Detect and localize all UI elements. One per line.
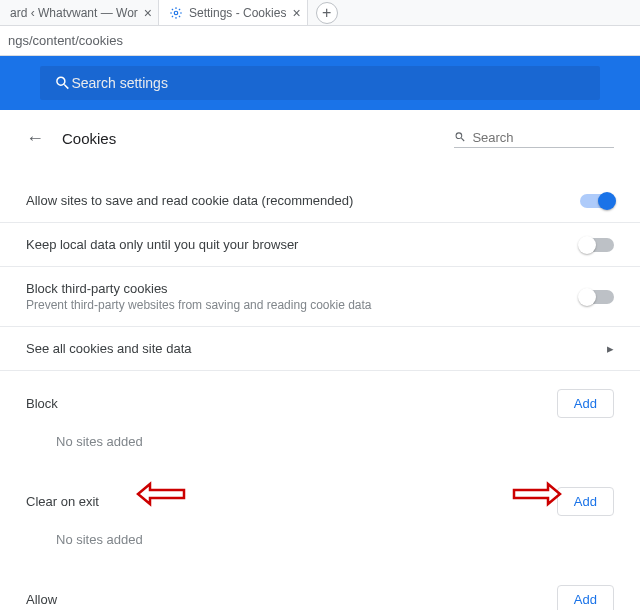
block-section-header: Block Add [0, 371, 640, 422]
tab-settings-cookies[interactable]: Settings - Cookies × [159, 0, 308, 25]
setting-keep-local: Keep local data only until you quit your… [0, 223, 640, 267]
link-label: See all cookies and site data [26, 341, 192, 356]
svg-point-0 [174, 11, 178, 15]
page-header: ← Cookies [0, 110, 640, 159]
settings-search-bar [0, 56, 640, 110]
annotation-arrow-left [136, 481, 186, 507]
chevron-right-icon: ▸ [607, 341, 614, 356]
back-arrow-icon[interactable]: ← [26, 128, 44, 149]
search-icon [454, 130, 466, 144]
in-page-search[interactable] [454, 130, 614, 148]
setting-label: Keep local data only until you quit your… [26, 237, 298, 252]
new-tab-button[interactable]: + [316, 2, 338, 24]
tab-title: Settings - Cookies [189, 6, 286, 20]
search-icon [54, 74, 71, 92]
toggle-block-3p[interactable] [580, 290, 614, 304]
clear-empty-text: No sites added [0, 520, 640, 567]
tab-strip: ard ‹ Whatvwant — Wor × Settings - Cooki… [0, 0, 640, 26]
setting-label: Block third-party cookies [26, 281, 372, 296]
setting-label: Allow sites to save and read cookie data… [26, 193, 353, 208]
page-title: Cookies [62, 130, 116, 147]
toggle-allow-cookies[interactable] [580, 194, 614, 208]
annotation-arrow-right [512, 481, 562, 507]
section-title: Clear on exit [26, 494, 99, 509]
close-icon[interactable]: × [144, 5, 152, 21]
toggle-keep-local[interactable] [580, 238, 614, 252]
setting-sublabel: Prevent third-party websites from saving… [26, 298, 372, 312]
in-page-search-input[interactable] [472, 130, 614, 145]
add-clear-on-exit-button[interactable]: Add [557, 487, 614, 516]
url-text: ngs/content/cookies [8, 33, 123, 48]
close-icon[interactable]: × [292, 5, 300, 21]
add-block-button[interactable]: Add [557, 389, 614, 418]
tab-whatwant[interactable]: ard ‹ Whatvwant — Wor × [0, 0, 159, 25]
block-empty-text: No sites added [0, 422, 640, 469]
search-settings-input[interactable] [71, 75, 586, 91]
gear-icon [169, 6, 183, 20]
setting-allow-cookies: Allow sites to save and read cookie data… [0, 179, 640, 223]
section-title: Block [26, 396, 58, 411]
tab-title: ard ‹ Whatvwant — Wor [10, 6, 138, 20]
search-settings-field[interactable] [40, 66, 600, 100]
address-bar[interactable]: ngs/content/cookies [0, 26, 640, 56]
allow-section-header: Allow Add [0, 567, 640, 610]
add-allow-button[interactable]: Add [557, 585, 614, 610]
see-all-cookies-link[interactable]: See all cookies and site data ▸ [0, 327, 640, 371]
section-title: Allow [26, 592, 57, 607]
setting-block-3p: Block third-party cookies Prevent third-… [0, 267, 640, 327]
